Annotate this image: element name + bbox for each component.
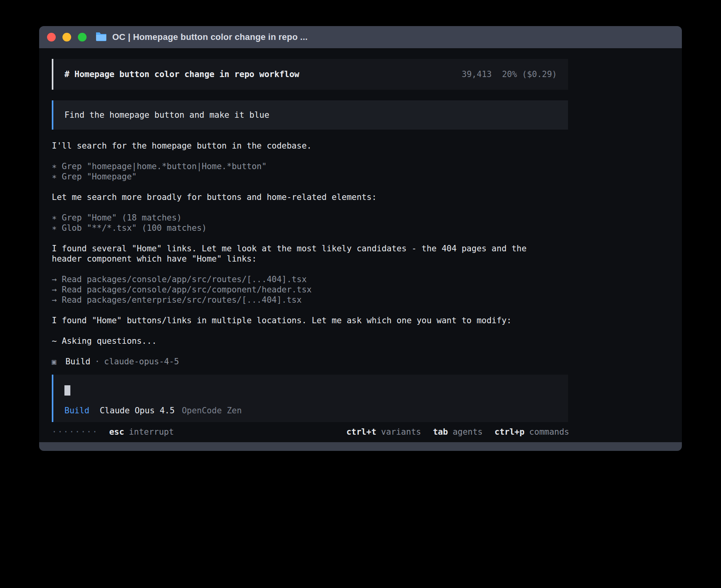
agent-status-line: ▣ Build · claude-opus-4-5 <box>52 356 568 367</box>
window-title: OC | Homepage button color change in rep… <box>112 32 308 42</box>
tool-call-grep: ∗ Grep "homepage|home.*button|Home.*butt… <box>52 161 568 172</box>
spinner-dots: ········ <box>52 427 98 437</box>
tool-call-grep: ∗ Grep "Home" (18 matches) <box>52 213 568 223</box>
hint-label-interrupt: interrupt <box>129 427 174 437</box>
minimize-button[interactable] <box>62 33 71 41</box>
user-message-text: Find the homepage button and make it blu… <box>64 110 269 120</box>
separator-dot: · <box>95 356 100 367</box>
token-count: 39,413 <box>462 69 492 79</box>
hint-variants: ctrl+t variants <box>346 427 421 437</box>
context-usage: 20% ($0.29) <box>502 69 557 79</box>
provider-label: OpenCode Zen <box>182 405 242 416</box>
tool-call-read: → Read packages/console/app/src/componen… <box>52 285 568 295</box>
assistant-text: I found "Home" buttons/links in multiple… <box>52 315 568 326</box>
tool-call-glob: ∗ Glob "**/*.tsx" (100 matches) <box>52 223 568 233</box>
prompt-input[interactable]: Build Claude Opus 4.5 OpenCode Zen <box>52 375 568 422</box>
terminal-content: # Homepage button color change in repo w… <box>39 48 682 442</box>
session-header: # Homepage button color change in repo w… <box>52 59 568 90</box>
tool-call-grep: ∗ Grep "Homepage" <box>52 172 568 182</box>
key-ctrl-p: ctrl+p <box>495 427 525 437</box>
hint-label-commands: commands <box>529 427 569 437</box>
titlebar-title-group: OC | Homepage button color change in rep… <box>95 32 308 43</box>
assistant-text: Let me search more broadly for buttons a… <box>52 192 568 202</box>
agent-badge-icon: ▣ <box>52 356 56 367</box>
footer-hints: ········ esc interrupt ctrl+t variants t… <box>52 427 569 437</box>
input-status-line: Build Claude Opus 4.5 OpenCode Zen <box>64 405 557 416</box>
mode-label[interactable]: Build <box>64 405 89 416</box>
folder-icon <box>95 32 107 43</box>
key-tab: tab <box>433 427 448 437</box>
tool-call-read: → Read packages/console/app/src/routes/[… <box>52 274 568 285</box>
text-cursor <box>64 385 70 396</box>
terminal-window: OC | Homepage button color change in rep… <box>39 26 682 451</box>
key-ctrl-t: ctrl+t <box>346 427 376 437</box>
agent-model-name: claude-opus-4-5 <box>104 356 179 367</box>
tool-call-read: → Read packages/enterprise/src/routes/[.… <box>52 295 568 305</box>
user-message: Find the homepage button and make it blu… <box>52 100 568 130</box>
footer-left: ········ esc interrupt <box>52 427 174 437</box>
hint-interrupt: esc interrupt <box>109 427 174 437</box>
hint-label-variants: variants <box>381 427 421 437</box>
session-title: # Homepage button color change in repo w… <box>64 69 299 79</box>
assistant-messages: I'll search for the homepage button in t… <box>52 141 568 367</box>
window-titlebar: OC | Homepage button color change in rep… <box>39 26 682 48</box>
model-label[interactable]: Claude Opus 4.5 <box>100 405 175 416</box>
window-bottom-chrome <box>39 442 682 451</box>
close-button[interactable] <box>47 33 56 41</box>
agent-name: Build <box>65 356 90 367</box>
assistant-text: I found several "Home" links. Let me loo… <box>52 243 568 264</box>
footer-right: ctrl+t variants tab agents ctrl+p comman… <box>346 427 569 437</box>
hint-commands: ctrl+p commands <box>495 427 569 437</box>
hint-label-agents: agents <box>453 427 483 437</box>
zoom-button[interactable] <box>78 33 87 41</box>
assistant-text: I'll search for the homepage button in t… <box>52 141 568 151</box>
key-esc: esc <box>109 427 124 437</box>
hint-agents: tab agents <box>433 427 483 437</box>
assistant-status-text: ~ Asking questions... <box>52 336 568 346</box>
traffic-lights <box>47 33 87 41</box>
session-stats: 39,413 20% ($0.29) <box>462 69 557 79</box>
